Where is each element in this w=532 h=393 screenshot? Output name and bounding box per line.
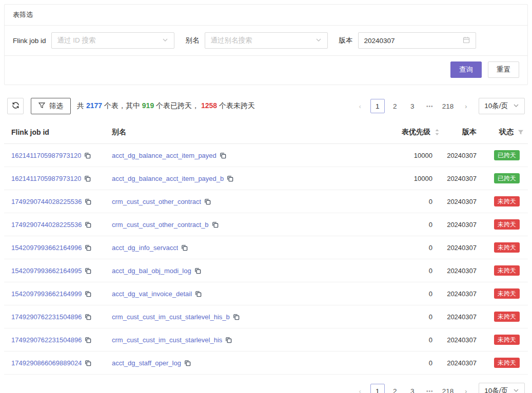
job-id-placeholder: 通过 ID 搜索 <box>57 36 96 45</box>
next-page-button[interactable]: › <box>459 99 473 113</box>
flink-job-id-link[interactable]: 1542097993662164999 <box>11 290 82 298</box>
query-button[interactable]: 查询 <box>450 61 482 78</box>
job-id-cell: 1749290866069889024 <box>4 359 105 367</box>
priority-value: 0 <box>429 359 432 367</box>
prev-page-button[interactable]: ‹ <box>353 99 367 113</box>
reset-button[interactable]: 重置 <box>488 61 519 78</box>
priority-value: 0 <box>429 221 432 229</box>
copy-icon[interactable] <box>225 337 232 343</box>
alias-cell: acct_dg_info_servacct <box>105 244 373 252</box>
alias-link[interactable]: crm_cust_cust_other_contract <box>112 198 201 205</box>
flink-job-id-link[interactable]: 1621411705987973120 <box>11 175 81 182</box>
filter-toggle-button[interactable]: 筛选 <box>31 98 71 114</box>
summary-crossed-count: 919 <box>142 101 154 110</box>
flink-job-id-link[interactable]: 1749290744028225536 <box>11 221 82 229</box>
copy-icon[interactable] <box>85 337 91 343</box>
alias-link[interactable]: acct_dg_balance_acct_item_payed <box>112 152 216 159</box>
table-row: 1542097993662164999 acct_dg_vat_invoice_… <box>4 282 528 305</box>
alias-select[interactable]: 通过别名搜索 <box>205 32 328 49</box>
col-header-alias[interactable]: 别名 <box>105 128 373 137</box>
flink-job-id-link[interactable]: 1749290866069889024 <box>11 359 82 367</box>
alias-link[interactable]: acct_dg_vat_invoice_detail <box>112 290 192 298</box>
page-button-218[interactable]: 218 <box>440 384 456 393</box>
flink-job-id-link[interactable]: 1749290762231504896 <box>11 313 82 321</box>
alias-placeholder: 通过别名搜索 <box>211 36 252 45</box>
flink-job-id-link[interactable]: 1749290744028225536 <box>11 198 82 205</box>
copy-icon[interactable] <box>233 314 240 320</box>
alias-link[interactable]: acct_dg_staff_oper_log <box>112 359 181 367</box>
copy-icon[interactable] <box>85 267 91 274</box>
version-value: 20240307 <box>447 221 477 229</box>
status-cell: 未跨天 <box>484 312 528 322</box>
priority-value: 0 <box>429 336 432 344</box>
copy-icon[interactable] <box>85 244 91 251</box>
copy-icon[interactable] <box>184 360 191 366</box>
version-cell: 20240307 <box>440 290 484 298</box>
page-button-1[interactable]: 1 <box>370 99 385 113</box>
status-cell: 已跨天 <box>484 150 528 160</box>
page-button-2[interactable]: 2 <box>388 384 402 393</box>
status-badge: 未跨天 <box>494 358 520 368</box>
page-button-1[interactable]: 1 <box>370 384 385 393</box>
table-body: 1621411705987973120 acct_dg_balance_acct… <box>4 144 528 375</box>
prev-page-button[interactable]: ‹ <box>353 384 367 393</box>
status-badge: 未跨天 <box>494 196 520 206</box>
copy-icon[interactable] <box>84 175 91 182</box>
version-value: 20240307 <box>447 267 477 275</box>
page-button-2[interactable]: 2 <box>388 99 402 113</box>
copy-icon[interactable] <box>204 198 211 205</box>
version-value: 20240307 <box>447 290 477 298</box>
page-size-select[interactable]: 10条/页 <box>479 383 525 393</box>
version-date-input[interactable]: 20240307 <box>358 32 476 49</box>
alias-link[interactable]: acct_dg_balance_acct_item_payed_b <box>112 175 224 182</box>
copy-icon[interactable] <box>84 152 91 159</box>
refresh-button[interactable] <box>7 98 24 114</box>
col-header-priority[interactable]: 表优先级 <box>373 128 440 137</box>
page-button-218[interactable]: 218 <box>440 99 456 113</box>
status-cell: 未跨天 <box>484 196 528 206</box>
job-id-cell: 1542097993662164995 <box>4 267 105 275</box>
copy-icon[interactable] <box>85 221 91 228</box>
priority-cell: 0 <box>373 290 440 298</box>
flink-job-id-link[interactable]: 1542097993662164995 <box>11 267 82 275</box>
alias-link[interactable]: crm_cust_cust_im_cust_starlevel_his <box>112 336 222 344</box>
sort-icon[interactable] <box>435 129 440 136</box>
status-cell: 未跨天 <box>484 265 528 276</box>
copy-icon[interactable] <box>85 360 91 366</box>
copy-icon[interactable] <box>85 291 91 297</box>
alias-link[interactable]: crm_cust_cust_im_cust_starlevel_his_b <box>112 313 230 321</box>
flink-job-id-link[interactable]: 1621411705987973120 <box>11 152 81 159</box>
job-id-select[interactable]: 通过 ID 搜索 <box>51 32 174 49</box>
alias-link[interactable]: crm_cust_cust_other_contract_b <box>112 221 209 229</box>
copy-icon[interactable] <box>227 175 233 182</box>
flink-job-id-link[interactable]: 1749290762231504896 <box>11 336 82 344</box>
next-page-button[interactable]: › <box>459 384 473 393</box>
page-size-select[interactable]: 10条/页 <box>479 98 525 114</box>
status-cell: 未跨天 <box>484 288 528 299</box>
page: 表筛选 Flink job id 通过 ID 搜索 别名 通过别名搜索 <box>0 0 532 393</box>
status-cell: 未跨天 <box>484 242 528 253</box>
alias-link[interactable]: acct_dg_info_servacct <box>112 244 178 252</box>
copy-icon[interactable] <box>194 267 201 274</box>
page-button-3[interactable]: 3 <box>405 384 420 393</box>
copy-icon[interactable] <box>85 198 91 205</box>
pagination-top: ‹123•••218›10条/页 <box>351 98 525 114</box>
filter-toggle-label: 筛选 <box>49 101 63 111</box>
copy-icon[interactable] <box>220 152 226 159</box>
copy-icon[interactable] <box>85 314 91 320</box>
flink-job-id-link[interactable]: 1542097993662164996 <box>11 244 82 252</box>
copy-icon[interactable] <box>181 244 188 251</box>
refresh-icon <box>12 101 19 111</box>
alias-link[interactable]: acct_dg_bal_obj_modi_log <box>112 267 191 275</box>
summary-total-count: 2177 <box>86 101 102 110</box>
column-filter-icon[interactable] <box>518 129 524 135</box>
col-header-status[interactable]: 状态 <box>484 128 528 137</box>
copy-icon[interactable] <box>195 291 202 297</box>
job-id-label: Flink job id <box>13 37 46 45</box>
col-header-flink-job-id[interactable]: Flink job id <box>4 128 105 136</box>
job-id-cell: 1749290744028225536 <box>4 221 105 229</box>
page-button-3[interactable]: 3 <box>405 99 420 113</box>
copy-icon[interactable] <box>212 221 219 228</box>
status-cell: 已跨天 <box>484 173 528 183</box>
status-badge: 未跨天 <box>494 288 520 299</box>
